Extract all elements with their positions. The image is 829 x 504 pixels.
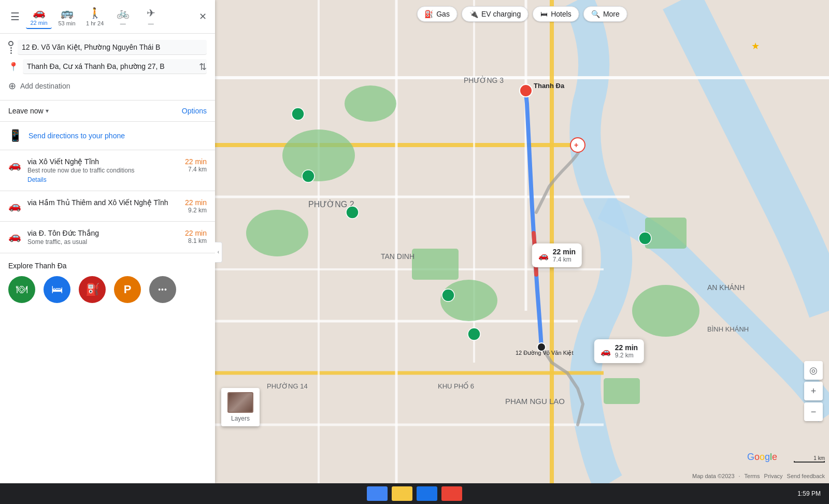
route-header-3: 🚗 via Đ. Tôn Đức Thắng Some traffic, as … — [8, 229, 207, 246]
options-button[interactable]: Options — [182, 107, 207, 115]
walk-time: 1 hr 24 — [86, 20, 104, 26]
map-chips: ⛽ Gas 🔌 EV charging 🛏 Hotels 🔍 More — [417, 6, 627, 22]
transport-transit[interactable]: 🚌 53 min — [54, 5, 80, 28]
explore-parking[interactable]: P — [114, 276, 141, 303]
route-sub-3: Some traffic, as usual — [27, 238, 179, 246]
taskbar-folder-icon[interactable] — [392, 486, 412, 501]
map-controls: ◎ + − — [804, 361, 823, 421]
route-time-2: 22 min — [185, 198, 207, 207]
svg-text:+: + — [574, 141, 578, 149]
plane-icon: ✈ — [147, 7, 155, 19]
route-tooltip-2: 🚗 22 min 9.2 km — [594, 339, 644, 363]
swap-button[interactable]: ⇅ — [199, 61, 207, 73]
ev-chip-label: EV charging — [481, 10, 521, 18]
tooltip-car-icon-2: 🚗 — [601, 347, 611, 356]
explore-gas[interactable]: ⛽ — [79, 276, 106, 303]
chevron-left-icon: ‹ — [218, 249, 219, 255]
input-area: 📍 ⇅ ⊕ Add destination — [0, 34, 215, 100]
gas-circle: ⛽ — [79, 276, 106, 303]
explore-hotels[interactable]: 🛏 — [44, 276, 70, 303]
tooltip-dist-2: 9.2 km — [615, 352, 638, 359]
feedback-link[interactable]: Send feedback — [787, 473, 825, 479]
depart-row: Leave now ▾ Options — [0, 100, 215, 122]
leave-now-label: Leave now — [8, 107, 44, 115]
location-icon: ◎ — [809, 365, 818, 376]
route-option-3[interactable]: 🚗 via Đ. Tôn Đức Thắng Some traffic, as … — [0, 222, 215, 253]
leave-now-button[interactable]: Leave now ▾ — [8, 107, 49, 115]
explore-food[interactable]: 🍽 — [8, 276, 35, 303]
taskbar-app-icon[interactable] — [417, 486, 437, 501]
svg-text:PHƯỜNG 14: PHƯỜNG 14 — [267, 382, 308, 390]
svg-text:★: ★ — [751, 41, 760, 51]
add-destination[interactable]: ⊕ Add destination — [8, 78, 207, 94]
svg-point-35 — [346, 206, 359, 219]
more-chip-label: More — [603, 10, 620, 18]
route-header-1: 🚗 via Xô Viết Nghệ Tĩnh Best route now d… — [8, 157, 207, 183]
route-name-1: via Xô Viết Nghệ Tĩnh — [27, 157, 179, 166]
route-details-1[interactable]: Details — [27, 176, 47, 183]
zoom-in-button[interactable]: + — [804, 382, 823, 400]
send-directions[interactable]: 📱 Send directions to your phone — [0, 122, 215, 150]
svg-text:PHƯỜNG 2: PHƯỜNG 2 — [308, 199, 354, 209]
taskbar-chrome-icon[interactable] — [367, 486, 388, 501]
menu-button[interactable]: ☰ — [6, 8, 24, 25]
origin-dot — [8, 41, 13, 46]
close-button[interactable]: ✕ — [197, 9, 209, 24]
route-dist-2: 9.2 km — [185, 207, 207, 214]
more-chip-icon: 🔍 — [591, 10, 600, 18]
route-sub-1: Best route now due to traffic conditions — [27, 167, 179, 174]
route-dist-1: 7.4 km — [185, 166, 207, 173]
terms-link[interactable]: Terms — [745, 473, 760, 479]
tooltip-dist-1: 7.4 km — [553, 256, 576, 263]
transport-plane[interactable]: ✈ — — [138, 5, 164, 28]
transport-car[interactable]: 🚗 22 min — [26, 4, 52, 29]
route-option-2[interactable]: 🚗 via Hầm Thủ Thiêm and Xô Viết Nghệ Tĩn… — [0, 191, 215, 222]
food-icon: 🍽 — [16, 283, 27, 296]
layers-label: Layers — [231, 415, 250, 422]
taskbar-maps-icon[interactable] — [441, 486, 462, 501]
scale-text: 1 km — [813, 455, 825, 461]
svg-point-15 — [345, 85, 396, 122]
route-info-1: via Xô Viết Nghệ Tĩnh Best route now due… — [27, 157, 179, 183]
chip-hotels[interactable]: 🛏 Hotels — [533, 6, 579, 22]
taskbar: 1:59 PM — [0, 483, 829, 504]
tooltip-time-1: 22 min — [553, 248, 576, 256]
chip-ev[interactable]: 🔌 EV charging — [462, 6, 528, 22]
tooltip-car-icon-1: 🚗 — [538, 251, 549, 261]
my-location-button[interactable]: ◎ — [804, 361, 823, 380]
svg-rect-16 — [412, 249, 459, 280]
hotels-circle: 🛏 — [44, 276, 70, 303]
zoom-out-button[interactable]: − — [804, 402, 823, 421]
explore-title: Explore Thanh Đa — [8, 262, 207, 270]
food-circle: 🍽 — [8, 276, 35, 303]
add-icon: ⊕ — [8, 80, 16, 92]
route-car-icon-1: 🚗 — [8, 159, 21, 171]
origin-row — [8, 40, 207, 55]
explore-section: Explore Thanh Đa 🍽 🛏 ⛽ — [0, 253, 215, 311]
destination-input[interactable] — [23, 59, 207, 74]
layers-thumbnail — [227, 392, 253, 413]
svg-point-38 — [639, 232, 651, 244]
route-info-2: via Hầm Thủ Thiêm and Xô Viết Nghệ Tĩnh — [27, 198, 179, 207]
route-car-icon-2: 🚗 — [8, 199, 21, 212]
bike-time: — — [120, 20, 126, 26]
layers-button[interactable]: Layers — [221, 388, 260, 426]
ev-chip-icon: 🔌 — [469, 10, 478, 18]
origin-input[interactable] — [18, 40, 207, 55]
route-info-3: via Đ. Tôn Đức Thắng Some traffic, as us… — [27, 229, 179, 246]
collapse-sidebar-button[interactable]: ‹ — [215, 242, 222, 263]
route-option-1[interactable]: 🚗 via Xô Viết Nghệ Tĩnh Best route now d… — [0, 150, 215, 191]
transit-time: 53 min — [58, 20, 75, 26]
phone-icon: 📱 — [8, 129, 22, 142]
chip-more[interactable]: 🔍 More — [583, 6, 627, 22]
zoom-in-icon: + — [811, 386, 817, 397]
explore-more[interactable]: ••• — [149, 276, 176, 303]
hotels-chip-label: Hotels — [551, 10, 571, 18]
chip-gas[interactable]: ⛽ Gas — [417, 6, 458, 22]
route-tooltip-1: 🚗 22 min 7.4 km — [532, 243, 582, 267]
transport-walk[interactable]: 🚶 1 hr 24 — [82, 5, 108, 28]
transit-icon: 🚌 — [61, 7, 74, 19]
transport-bike[interactable]: 🚲 — — [110, 5, 136, 28]
sidebar: ☰ 🚗 22 min 🚌 53 min 🚶 1 hr 24 🚲 — ✈ — ✕ — [0, 0, 215, 483]
privacy-link[interactable]: Privacy — [764, 473, 783, 479]
